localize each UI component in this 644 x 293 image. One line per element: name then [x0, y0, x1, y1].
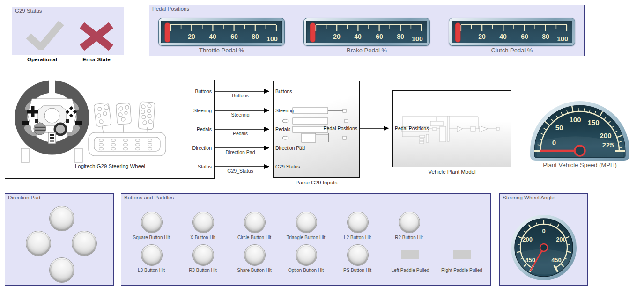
square-button-label: Square Button Hit: [123, 235, 179, 240]
tick-label: 80: [397, 33, 404, 40]
g29-status-panel: G29 Status: [12, 7, 124, 55]
speed-tick-100: 100: [569, 116, 581, 124]
option-button-lamp[interactable]: [296, 244, 317, 266]
needle-hub: [540, 244, 548, 251]
wire-label-buttons: Buttons: [212, 93, 268, 98]
steering-angle-gauge[interactable]: 0 -200 200 -450 450: [509, 212, 579, 282]
clutch-gauge-face: 20 40 60 80 100: [452, 21, 572, 43]
tick-label: 40: [209, 33, 216, 40]
ps-button-lamp[interactable]: [347, 244, 369, 266]
operational-check-icon[interactable]: [23, 17, 65, 50]
speed-gauge-caption: Plant Vehicle Speed (MPH): [527, 161, 632, 168]
left-paddle-label: Left Paddle Pulled: [382, 268, 438, 273]
dpad-right-lamp[interactable]: [72, 231, 97, 256]
r2-button-label: R2 Button Hit: [381, 235, 437, 240]
circle-button-label: Circle Button Hit: [226, 235, 282, 240]
tick-label: 100: [412, 35, 423, 43]
r2-button-lamp[interactable]: [399, 212, 420, 233]
tick-label: 20: [188, 33, 195, 40]
tick-label: 20: [478, 33, 486, 40]
in-port-buttons: Buttons: [275, 88, 292, 94]
l2-button-label: L2 Button Hit: [329, 235, 385, 240]
brake-gauge-label: Brake Pedal %: [303, 47, 430, 54]
error-state-label: Error State: [68, 57, 125, 62]
angle-tick-450: 450: [551, 256, 562, 264]
triangle-button-lamp[interactable]: [296, 212, 317, 233]
g29-status-title: G29 Status: [15, 8, 42, 14]
triangle-button-label: Triangle Button Hit: [278, 235, 334, 240]
x-button-label: X Button Hit: [175, 235, 231, 240]
logitech-g29-block[interactable]: Buttons Steering Pedals Direction Status…: [5, 80, 215, 179]
direction-pad-title: Direction Pad: [8, 195, 40, 200]
angle-tick-neg200: -200: [520, 236, 533, 243]
buttons-paddles-title: Buttons and Paddles: [124, 195, 174, 200]
share-button-lamp[interactable]: [244, 244, 266, 266]
out-port-steering: Steering: [193, 108, 212, 113]
direction-pad-panel: Direction Pad: [5, 193, 114, 286]
steering-angle-title: Steering Wheel Angle: [503, 195, 555, 200]
tick-label: 100: [266, 35, 278, 43]
dpad-down-lamp[interactable]: [49, 257, 74, 283]
tick-label: 40: [499, 33, 507, 40]
wire-label-pedals: Pedals: [212, 131, 268, 136]
square-button-lamp[interactable]: [141, 212, 163, 233]
wheel-block-caption: Logitech G29 Steering Wheel: [5, 163, 215, 169]
l3-button-lamp[interactable]: [141, 244, 163, 266]
speed-tick-50: 50: [555, 124, 563, 132]
speed-tick-150: 150: [587, 118, 599, 126]
gauge-needle: [310, 23, 315, 42]
r3-button-label: R3 Button Hit: [175, 268, 231, 273]
wire-label-g29-status: G29_Status: [212, 168, 268, 174]
angle-tick-neg450: -450: [523, 256, 535, 264]
dpad-up-lamp[interactable]: [49, 206, 74, 231]
throttle-gauge-label: Throttle Pedal %: [158, 47, 285, 54]
out-port-buttons: Buttons: [195, 88, 212, 94]
parse-g29-inputs-block[interactable]: Buttons Steering Pedals Direction Pad G2…: [273, 81, 360, 178]
in-port-direction-pad: Direction Pad: [275, 145, 305, 151]
parse-block-caption: Parse G29 Inputs: [273, 180, 360, 185]
l3-button-label: L3 Button Hit: [123, 268, 179, 273]
throttle-gauge[interactable]: 20 40 60 80 100: [158, 18, 285, 46]
tick-label: 20: [333, 33, 341, 40]
wire-label-direction-pad: Direction Pad: [212, 149, 268, 155]
tick-label: 80: [252, 33, 259, 40]
out-port-pedal-positions: Pedal Positions: [311, 125, 357, 131]
gauge-needle: [455, 23, 460, 42]
in-port-g29-status: G29 Status: [275, 164, 300, 169]
right-paddle-label: Right Paddle Pulled: [434, 268, 490, 273]
gauge-needle: [165, 23, 170, 42]
tick-label: 60: [376, 33, 383, 40]
pedal-positions-title: Pedal Positions: [152, 6, 189, 12]
circle-button-lamp[interactable]: [244, 212, 266, 233]
operational-label: Operational: [14, 57, 70, 62]
l2-button-lamp[interactable]: [347, 212, 369, 233]
tick-label: 60: [521, 33, 528, 40]
tick-label: 60: [230, 33, 238, 40]
left-paddle-indicator[interactable]: [401, 250, 419, 259]
speed-tick-225: 225: [602, 141, 614, 149]
right-paddle-indicator[interactable]: [453, 250, 471, 259]
r3-button-lamp[interactable]: [192, 244, 214, 266]
throttle-gauge-face: 20 40 60 80 100: [161, 21, 282, 43]
out-port-pedals: Pedals: [197, 126, 212, 132]
clutch-gauge[interactable]: 20 40 60 80 100: [449, 18, 575, 46]
speed-tick-0: 0: [552, 139, 556, 146]
plant-block-caption: Vehicle Plant Model: [392, 169, 511, 175]
angle-tick-200: 200: [556, 236, 566, 243]
needle-hub: [575, 146, 585, 156]
speed-tick-200: 200: [600, 132, 611, 139]
in-port-pedal-positions: Pedal Positions: [395, 125, 429, 131]
vehicle-plant-model-block[interactable]: Pedal Positions: [392, 90, 511, 167]
brake-gauge[interactable]: 20 40 60 80 100: [303, 18, 430, 46]
angle-tick-0: 0: [542, 227, 545, 234]
tick-label: 100: [557, 35, 568, 43]
steering-wheel-angle-panel: Steering Wheel Angle 0 -200 200 -450 450: [499, 193, 588, 286]
error-cross-icon[interactable]: [78, 22, 115, 51]
tick-label: 80: [542, 33, 549, 40]
clutch-gauge-label: Clutch Pedal %: [449, 47, 575, 54]
brake-gauge-face: 20 40 60 80 100: [306, 21, 427, 43]
wire-label-steering: Steering: [212, 112, 268, 117]
dpad-left-lamp[interactable]: [26, 231, 51, 256]
vehicle-speed-gauge[interactable]: 0 50 100 150 200 225: [527, 94, 632, 164]
x-button-lamp[interactable]: [192, 212, 214, 233]
